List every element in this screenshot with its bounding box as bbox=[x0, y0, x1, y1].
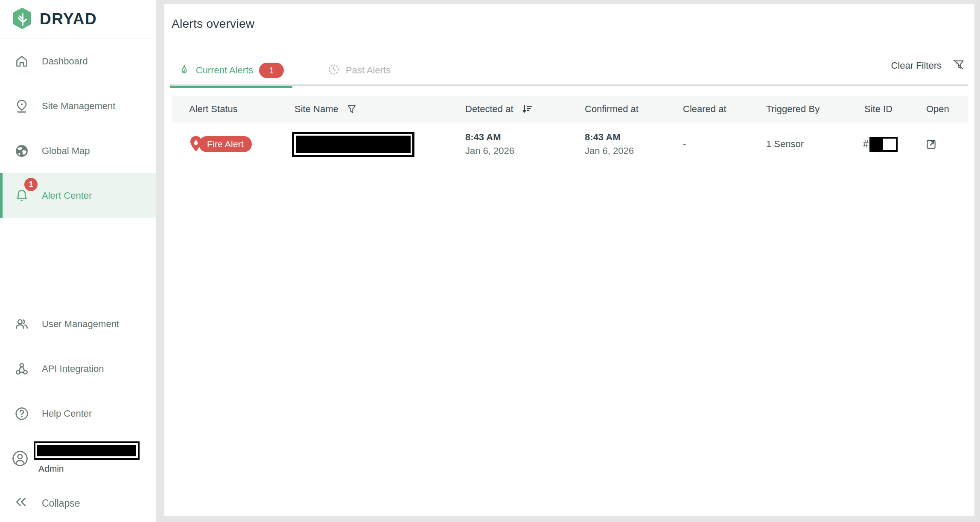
funnel-icon[interactable] bbox=[346, 104, 357, 115]
user-name-redacted bbox=[34, 441, 140, 460]
site-id-cell: # bbox=[847, 137, 909, 152]
alerts-table-header: Alert Status Site Name Detected at bbox=[172, 96, 968, 122]
tab-past-alerts[interactable]: Past Alerts bbox=[328, 55, 391, 86]
globe-icon bbox=[15, 144, 29, 158]
person-circle-icon bbox=[12, 450, 29, 469]
brand-logo[interactable]: DRYAD bbox=[0, 0, 156, 38]
col-detected-at: Detected at bbox=[448, 103, 568, 115]
alerts-table: Alert Status Site Name Detected at bbox=[172, 96, 968, 166]
map-pin-icon bbox=[15, 99, 29, 113]
user-profile[interactable]: Admin bbox=[0, 441, 156, 488]
clock-dashed-icon bbox=[328, 64, 340, 77]
bell-icon bbox=[15, 188, 29, 203]
user-role-label: Admin bbox=[38, 464, 64, 474]
confirmed-at-cell: 8:43 AM Jan 6, 2026 bbox=[568, 132, 666, 157]
tab-past-alerts-label: Past Alerts bbox=[346, 65, 391, 76]
sidebar-item-label: Alert Center bbox=[42, 190, 92, 201]
col-cleared-at: Cleared at bbox=[666, 104, 749, 115]
detected-at-cell: 8:43 AM Jan 6, 2026 bbox=[448, 132, 568, 157]
sidebar-item-label: Global Map bbox=[42, 145, 90, 157]
tab-current-alerts[interactable]: Current Alerts 1 bbox=[170, 55, 292, 86]
sidebar-item-global-map[interactable]: Global Map bbox=[0, 128, 156, 173]
sidebar-item-help-center[interactable]: Help Center bbox=[0, 391, 156, 436]
sidebar-item-label: Dashboard bbox=[42, 56, 88, 67]
col-alert-status: Alert Status bbox=[172, 104, 277, 115]
sidebar-item-site-management[interactable]: Site Management bbox=[0, 84, 156, 128]
sidebar-collapse-button[interactable]: Collapse bbox=[0, 490, 156, 517]
col-triggered-by: Triggered By bbox=[749, 104, 847, 115]
site-name-redacted bbox=[292, 132, 414, 157]
filter-off-icon bbox=[952, 58, 965, 74]
clear-filters-label: Clear Filters bbox=[891, 60, 942, 71]
cleared-at-cell: - bbox=[666, 139, 749, 150]
tabs-bar: Current Alerts 1 Past Alerts bbox=[170, 55, 968, 86]
dryad-leaf-icon bbox=[11, 7, 33, 31]
sidebar-item-dashboard[interactable]: Dashboard bbox=[0, 39, 156, 84]
current-alerts-count-badge: 1 bbox=[259, 63, 284, 78]
external-link-icon[interactable] bbox=[925, 139, 937, 150]
sidebar-nav-secondary: User Management API Integration bbox=[0, 302, 156, 436]
sidebar-item-label: Help Center bbox=[42, 408, 92, 419]
collapse-label: Collapse bbox=[42, 498, 80, 509]
home-icon bbox=[15, 54, 29, 69]
confirmed-date: Jan 6, 2026 bbox=[585, 145, 666, 157]
sidebar-item-label: API Integration bbox=[42, 363, 104, 374]
site-name-cell bbox=[277, 132, 448, 157]
site-id-redacted bbox=[869, 137, 898, 152]
col-site-name: Site Name bbox=[277, 104, 448, 115]
confirmed-time: 8:43 AM bbox=[585, 132, 666, 143]
col-site-id: Site ID bbox=[847, 104, 909, 115]
sidebar-item-alert-center[interactable]: Alert Center 1 bbox=[0, 173, 156, 218]
sort-descending-icon[interactable] bbox=[521, 103, 533, 115]
fire-alert-badge: Fire Alert bbox=[199, 136, 252, 152]
open-cell bbox=[909, 139, 968, 150]
brand-name: DRYAD bbox=[40, 10, 97, 28]
site-id-prefix: # bbox=[863, 139, 869, 150]
sidebar-item-label: User Management bbox=[42, 319, 119, 330]
sidebar-item-api-integration[interactable]: API Integration bbox=[0, 346, 156, 391]
page-title: Alerts overview bbox=[172, 17, 254, 31]
api-nodes-icon bbox=[15, 362, 29, 376]
alert-count-badge: 1 bbox=[24, 178, 38, 191]
detected-date: Jan 6, 2026 bbox=[465, 145, 568, 157]
col-open: Open bbox=[909, 104, 968, 115]
detected-time: 8:43 AM bbox=[465, 132, 568, 143]
sidebar: DRYAD Dashboard Site Management bbox=[0, 0, 156, 522]
sidebar-nav-primary: Dashboard Site Management G bbox=[0, 39, 156, 218]
sidebar-divider bbox=[0, 436, 156, 436]
users-icon bbox=[15, 317, 29, 331]
table-row[interactable]: Fire Alert 8:43 AM Jan 6, 2026 8:43 AM J… bbox=[172, 122, 968, 166]
flame-icon bbox=[178, 64, 190, 77]
tab-current-alerts-label: Current Alerts bbox=[196, 65, 254, 76]
clear-filters-button[interactable]: Clear Filters bbox=[891, 57, 965, 75]
sidebar-item-label: Site Management bbox=[42, 101, 115, 112]
alert-status-cell: Fire Alert bbox=[172, 135, 277, 153]
double-chevron-left-icon bbox=[14, 495, 28, 512]
alerts-overview-panel: Alerts overview Current Alerts 1 Past Al… bbox=[164, 4, 974, 516]
fire-pin-icon bbox=[189, 135, 203, 153]
question-circle-icon bbox=[15, 406, 29, 421]
col-confirmed-at: Confirmed at bbox=[568, 104, 666, 115]
triggered-by-cell: 1 Sensor bbox=[749, 139, 847, 150]
sidebar-item-user-management[interactable]: User Management bbox=[0, 302, 156, 346]
